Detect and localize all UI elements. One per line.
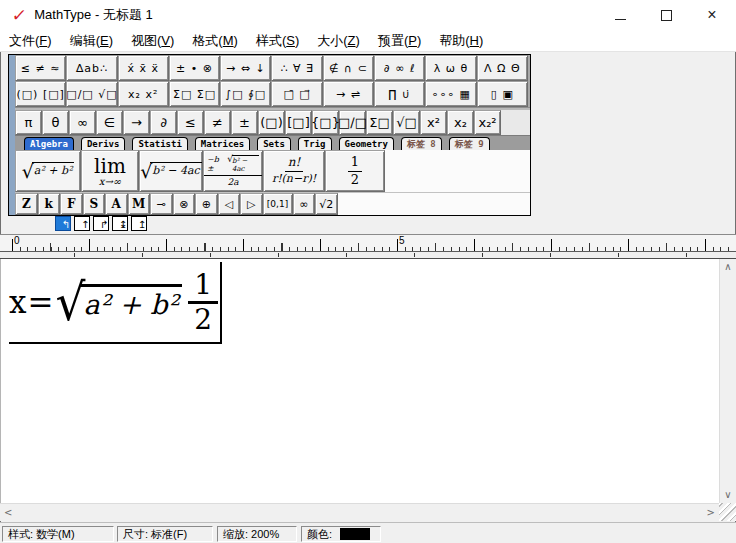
- infinity-symbol-button[interactable]: ∞: [293, 193, 316, 215]
- tab-statisti[interactable]: Statisti: [132, 137, 187, 150]
- matrix-templates-palette[interactable]: ∘∘∘ ▦: [425, 81, 476, 107]
- scroll-up-icon[interactable]: ∧: [720, 259, 735, 275]
- brace-template-button[interactable]: {□}: [312, 110, 339, 135]
- theta-button[interactable]: θ: [42, 110, 69, 135]
- tab-algebra[interactable]: Algebra: [24, 137, 74, 150]
- not-equal-button[interactable]: ≠: [204, 110, 231, 135]
- bracket-template-button[interactable]: [□]: [285, 110, 312, 135]
- letter-z-button[interactable]: Z: [15, 193, 38, 215]
- menu-item-1[interactable]: 编辑(E): [61, 32, 122, 50]
- insert-up-bar-button[interactable]: ↨: [112, 216, 128, 231]
- tab-标签-8[interactable]: 标签 8: [401, 137, 442, 150]
- pi-button[interactable]: π: [15, 110, 42, 135]
- fraktur-m-button[interactable]: M: [128, 193, 151, 215]
- misc-symbols-palette[interactable]: ∂ ∞ ℓ: [374, 55, 425, 81]
- logic-symbols-palette[interactable]: ∴ ∀ ∃: [271, 55, 322, 81]
- operator-symbols-palette[interactable]: ± • ⊗: [169, 55, 220, 81]
- tab-标签-9[interactable]: 标签 9: [449, 137, 490, 150]
- insert-up-dot-button[interactable]: ↥: [131, 216, 147, 231]
- insert-up-arrow-button[interactable]: ↑: [74, 216, 90, 231]
- multimap-button[interactable]: ⊸: [150, 193, 173, 215]
- menu-item-7[interactable]: 帮助(H): [430, 32, 492, 50]
- template-quadratic-formula-button[interactable]: −b ±√b² − 4ac 2a: [203, 150, 263, 192]
- paren-template-button[interactable]: (□): [258, 110, 285, 135]
- style-field: 样式: 数学(M): [2, 526, 114, 542]
- integral-templates-palette[interactable]: ∫□ ∮□: [220, 81, 271, 107]
- plus-minus-button[interactable]: ±: [231, 110, 258, 135]
- style-field-label: 样式: 数学(M): [8, 527, 75, 542]
- tab-sets[interactable]: Sets: [257, 137, 291, 150]
- triangle-left-button[interactable]: ◁: [218, 193, 241, 215]
- ruler-tab-well[interactable]: [0, 252, 736, 259]
- equation-editing-area[interactable]: x= √ a² + b² 1 2: [0, 259, 736, 503]
- color-field: 颜色:: [301, 526, 381, 542]
- menu-item-5[interactable]: 大小(Z): [308, 32, 369, 50]
- template-sqrt-discriminant-button[interactable]: √b² − 4ac: [139, 150, 203, 192]
- superscript-template-button[interactable]: x²: [420, 110, 447, 135]
- equation[interactable]: x= √ a² + b² 1 2: [9, 262, 222, 344]
- menu-item-0[interactable]: 文件(F): [0, 32, 61, 50]
- template-binomial-button[interactable]: n!r!(n−r)!: [263, 150, 325, 192]
- script-templates-palette[interactable]: x₂ x²: [118, 81, 169, 107]
- product-set-templates-palette[interactable]: ∏̇ ∪̇: [374, 81, 425, 107]
- horizontal-scrollbar[interactable]: < >: [0, 503, 719, 521]
- greek-uppercase-palette[interactable]: Λ Ω Θ: [477, 55, 528, 81]
- box-templates-palette[interactable]: ▯ ▣: [477, 81, 528, 107]
- tab-matrices[interactable]: Matrices: [195, 137, 250, 150]
- spaces-ellipses-palette[interactable]: ∆ab∴: [66, 55, 117, 81]
- relational-symbols-palette[interactable]: ≤ ≠ ≈: [15, 55, 66, 81]
- template-limit-button[interactable]: limx→∞: [81, 150, 139, 192]
- small-symbol-row: ZkFSAM⊸⊗⊕◁▷[0,1]∞√2: [15, 192, 530, 215]
- element-of-button[interactable]: ∈: [96, 110, 123, 135]
- triangle-right-button[interactable]: ▷: [240, 193, 263, 215]
- resize-grip[interactable]: [719, 503, 736, 521]
- scroll-down-icon[interactable]: ∨: [720, 487, 735, 503]
- tab-derivs[interactable]: Derivs: [81, 137, 126, 150]
- vertical-scrollbar[interactable]: ∧ ∨: [719, 259, 736, 503]
- scroll-left-icon[interactable]: <: [0, 505, 16, 521]
- partial-button[interactable]: ∂: [150, 110, 177, 135]
- mathtype-logo-icon: ✓: [11, 5, 28, 25]
- fraction-radical-templates-palette[interactable]: □∕□ √□: [66, 81, 117, 107]
- template-sqrt-a2-b2-button[interactable]: √a² + b²: [15, 150, 81, 192]
- labeled-arrow-templates-palette[interactable]: → ⇌: [323, 81, 374, 107]
- subscript-template-button[interactable]: x₂: [447, 110, 474, 135]
- fraction-template-button[interactable]: □∕□: [339, 110, 366, 135]
- sum-template-button[interactable]: Σ□: [366, 110, 393, 135]
- menu-item-4[interactable]: 样式(S): [247, 32, 308, 50]
- sqrt-template-button[interactable]: √□: [393, 110, 420, 135]
- maximize-button[interactable]: [643, 1, 689, 29]
- sqrt2-button[interactable]: √2: [315, 193, 338, 215]
- greek-lowercase-palette[interactable]: λ ω θ: [425, 55, 476, 81]
- subsup-template-button[interactable]: x₂²: [474, 110, 501, 135]
- tab-geometry[interactable]: Geometry: [339, 137, 394, 150]
- letter-k-button[interactable]: k: [38, 193, 61, 215]
- circled-times-button[interactable]: ⊗: [173, 193, 196, 215]
- less-equal-button[interactable]: ≤: [177, 110, 204, 135]
- scroll-right-icon[interactable]: >: [703, 505, 719, 521]
- circled-plus-button[interactable]: ⊕: [195, 193, 218, 215]
- insert-up-tip-right-button[interactable]: ↱: [93, 216, 109, 231]
- interval-01-button[interactable]: [0,1]: [263, 193, 293, 215]
- close-button[interactable]: ×: [689, 1, 735, 29]
- embellishments-palette[interactable]: x́ x̄ ẍ: [118, 55, 169, 81]
- letter-s-button[interactable]: S: [83, 193, 106, 215]
- fraktur-a-button[interactable]: A: [105, 193, 128, 215]
- right-arrow-button[interactable]: →: [123, 110, 150, 135]
- ruler-number-0: 0: [14, 235, 20, 246]
- letter-f-button[interactable]: F: [60, 193, 83, 215]
- set-theory-palette[interactable]: ∉ ∩ ⊂: [323, 55, 374, 81]
- bar-arrow-templates-palette[interactable]: □̄ □⃗: [271, 81, 322, 107]
- minimize-button[interactable]: [597, 1, 643, 29]
- menu-item-2[interactable]: 视图(V): [122, 32, 183, 50]
- ruler[interactable]: 05: [0, 234, 736, 252]
- infinity-button[interactable]: ∞: [69, 110, 96, 135]
- template-one-half-button[interactable]: 12: [325, 150, 385, 192]
- insert-corner-arrow-button[interactable]: ↰: [55, 216, 71, 231]
- menu-item-6[interactable]: 预置(P): [369, 32, 430, 50]
- tab-trig[interactable]: Trig: [298, 137, 332, 150]
- menu-item-3[interactable]: 格式(M): [183, 32, 247, 50]
- sum-templates-palette[interactable]: Σ□ Σ□: [169, 81, 220, 107]
- fence-templates-palette[interactable]: (□) [□]: [15, 81, 66, 107]
- arrow-symbols-palette[interactable]: → ⇔ ↓: [220, 55, 271, 81]
